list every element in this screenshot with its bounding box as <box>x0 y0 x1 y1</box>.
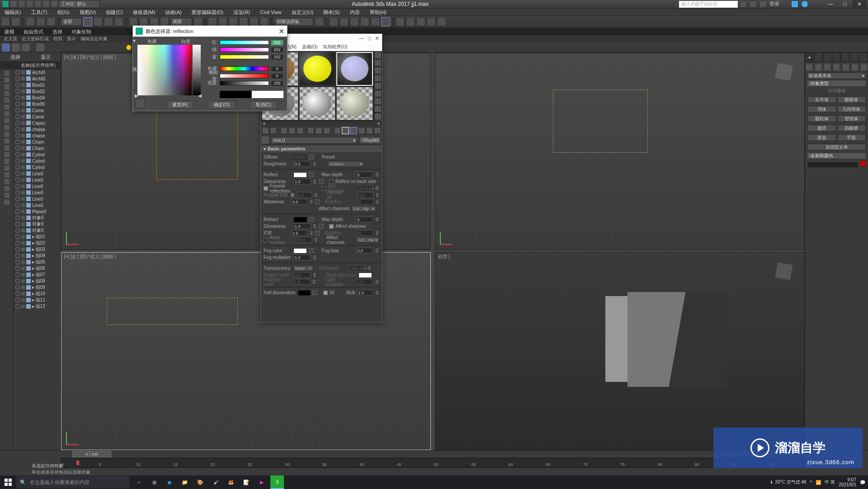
pivot-button[interactable] <box>193 17 203 26</box>
fresnel-ior-spin-btn[interactable] <box>314 192 318 198</box>
metalness-spinner[interactable]: 0.0 <box>291 199 307 205</box>
menu-create[interactable]: 创建(C) <box>106 9 123 16</box>
render-button[interactable] <box>416 17 425 26</box>
exchange-icon[interactable] <box>791 0 798 8</box>
visibility-icon[interactable] <box>15 83 20 87</box>
notifications-button[interactable]: 💬 <box>860 480 865 485</box>
visibility-icon[interactable] <box>15 76 20 81</box>
systems-subtab[interactable] <box>861 64 867 71</box>
fogmult-spin-btn[interactable] <box>312 254 317 260</box>
list-item[interactable]: Came <box>14 113 61 120</box>
me-maximize[interactable]: □ <box>368 35 371 42</box>
cloud-icon[interactable] <box>12 43 20 52</box>
me-select-icon[interactable] <box>374 105 382 113</box>
me-3x2-icon[interactable] <box>374 113 382 120</box>
dimfall-spin-btn[interactable] <box>375 192 379 198</box>
preset-dropdown[interactable]: Custom▾ <box>328 161 364 167</box>
visibility-icon[interactable] <box>15 190 20 195</box>
green-value[interactable]: 252 <box>271 47 283 53</box>
vp-label-persp[interactable]: 处理 ] <box>438 254 450 260</box>
put-material-icon[interactable] <box>270 127 277 134</box>
visibility-icon[interactable] <box>15 266 20 271</box>
freeze-icon[interactable] <box>21 286 25 289</box>
viewcube[interactable] <box>773 260 795 282</box>
freeze-icon[interactable] <box>21 96 25 99</box>
visibility-icon[interactable] <box>15 222 20 226</box>
filter-e-icon[interactable] <box>4 179 10 185</box>
torus-button[interactable]: 圆环 <box>807 125 836 132</box>
weather-widget[interactable]: 🌡 20°C 空气优 46 <box>769 479 807 485</box>
menu-tools[interactable]: 工具(T) <box>31 9 47 16</box>
fwdback-spin-btn[interactable] <box>312 279 316 285</box>
freeze-icon[interactable] <box>21 273 25 277</box>
pyramid-button[interactable]: 四棱锥 <box>837 125 866 132</box>
cp-tool-2[interactable] <box>824 53 831 61</box>
scatter-spin-btn[interactable] <box>312 272 317 278</box>
save-icon[interactable] <box>26 0 33 8</box>
geometry-subtab[interactable] <box>806 64 812 71</box>
vp-label-left[interactable]: [+] [左 ] [用户定义 ] [线框 ] <box>64 254 116 260</box>
close-button[interactable]: ✕ <box>853 0 866 8</box>
sat-slider[interactable] <box>220 74 269 78</box>
shapes-subtab[interactable] <box>815 64 821 71</box>
freeze-icon[interactable] <box>21 108 25 112</box>
visibility-icon[interactable] <box>15 228 20 233</box>
visibility-icon[interactable] <box>15 127 20 132</box>
visibility-icon[interactable] <box>15 260 20 264</box>
cortana-button[interactable]: ⊞ <box>147 475 161 489</box>
timeline-ruler[interactable]: 0510152025303540455055606570758085909510… <box>61 458 807 468</box>
plane-button[interactable]: 平面 <box>837 134 866 141</box>
freeze-icon[interactable] <box>21 140 25 144</box>
sun-icon[interactable] <box>125 43 133 52</box>
se-tab-display[interactable]: 显示 <box>41 54 51 61</box>
textplus-button[interactable]: 加强型文本 <box>807 144 866 150</box>
list-item[interactable]: Cylind <box>14 164 61 170</box>
visibility-icon[interactable] <box>15 292 20 296</box>
freeze-icon[interactable] <box>21 184 25 188</box>
list-item[interactable]: chaise <box>14 132 61 139</box>
freeze-icon[interactable] <box>21 77 25 80</box>
viewcube[interactable] <box>773 61 795 83</box>
keyboard-button[interactable] <box>218 17 227 26</box>
cone-button[interactable]: 圆锥体 <box>837 96 866 103</box>
freeze-icon[interactable] <box>21 146 25 150</box>
freeze-icon[interactable] <box>21 159 25 163</box>
me-video-icon[interactable] <box>374 82 382 89</box>
freeze-icon[interactable] <box>21 216 25 220</box>
ref-coord-dropdown[interactable]: 视图 <box>170 18 192 26</box>
visibility-icon[interactable] <box>15 159 20 163</box>
freeze-icon[interactable] <box>21 134 25 137</box>
visibility-icon[interactable] <box>15 279 20 283</box>
sat-value[interactable]: 0 <box>271 73 283 79</box>
mat-slot-5[interactable] <box>299 87 336 121</box>
reflect-map-button[interactable] <box>309 172 314 177</box>
list-item[interactable]: Cylind <box>14 151 61 158</box>
list-item[interactable]: chaise <box>14 126 61 132</box>
list-item[interactable]: ▸ 组10 <box>14 291 61 297</box>
fog-swatch[interactable] <box>293 248 307 254</box>
list-item[interactable]: ▸ 组11 <box>14 297 61 303</box>
color-field[interactable] <box>137 45 192 95</box>
val-value[interactable]: 252 <box>271 80 283 86</box>
me-options-icon[interactable] <box>374 98 382 105</box>
fogbias-spin-btn[interactable] <box>375 248 379 254</box>
mult-spin-btn[interactable] <box>375 290 379 296</box>
app3-icon[interactable]: 📝 <box>240 475 253 489</box>
mult-spinner[interactable]: 1.0 <box>357 290 373 296</box>
list-item[interactable]: Cham <box>14 145 61 151</box>
placement-button[interactable] <box>160 17 169 26</box>
link-button[interactable] <box>26 17 35 26</box>
menu-civil[interactable]: Civil View <box>260 9 281 15</box>
visibility-icon[interactable] <box>15 298 20 302</box>
visibility-icon[interactable] <box>15 114 20 119</box>
minimize-button[interactable]: — <box>824 0 837 8</box>
list-item[interactable]: Cham <box>14 139 61 145</box>
freeze-icon[interactable] <box>21 254 25 258</box>
material-type-button[interactable]: VRayMtl <box>359 136 381 144</box>
list-item[interactable]: Capsu <box>14 120 61 126</box>
freeze-icon[interactable] <box>21 248 25 251</box>
taskbar-search[interactable]: 🔍 在这里输入你要搜索的内容 <box>16 476 129 489</box>
cp-collapse-button[interactable]: + <box>806 53 813 61</box>
pick-material-icon[interactable] <box>262 136 269 144</box>
me-menu-util[interactable]: 实用程序(U) <box>323 44 347 50</box>
